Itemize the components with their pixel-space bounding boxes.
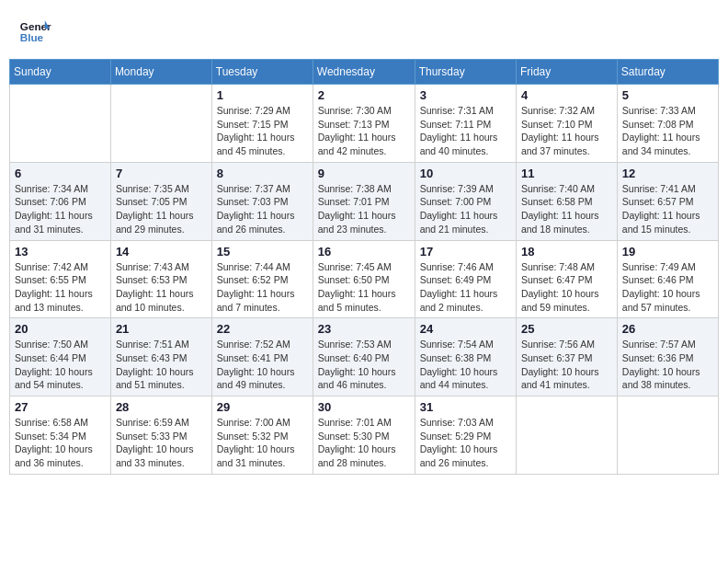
day-info: Sunrise: 7:51 AMSunset: 6:43 PMDaylight:… — [116, 338, 207, 392]
calendar-week-row: 13Sunrise: 7:42 AMSunset: 6:55 PMDayligh… — [10, 240, 719, 318]
day-info: Sunrise: 7:35 AMSunset: 7:05 PMDaylight:… — [116, 182, 207, 236]
day-info: Sunrise: 7:29 AMSunset: 7:15 PMDaylight:… — [217, 104, 308, 158]
calendar-cell: 13Sunrise: 7:42 AMSunset: 6:55 PMDayligh… — [10, 240, 111, 318]
calendar-week-row: 6Sunrise: 7:34 AMSunset: 7:06 PMDaylight… — [10, 162, 719, 240]
day-info: Sunrise: 7:45 AMSunset: 6:50 PMDaylight:… — [318, 260, 410, 315]
day-info: Sunrise: 7:54 AMSunset: 6:38 PMDaylight:… — [420, 338, 511, 392]
calendar-cell: 3Sunrise: 7:31 AMSunset: 7:11 PMDaylight… — [415, 85, 516, 163]
day-info: Sunrise: 7:48 AMSunset: 6:47 PMDaylight:… — [521, 260, 612, 315]
day-info: Sunrise: 7:56 AMSunset: 6:37 PMDaylight:… — [521, 338, 612, 392]
page-header: General Blue — [9, 9, 719, 52]
calendar-cell — [516, 396, 617, 475]
day-number: 17 — [420, 245, 511, 259]
calendar-cell: 15Sunrise: 7:44 AMSunset: 6:52 PMDayligh… — [211, 240, 313, 318]
day-number: 18 — [521, 245, 612, 259]
logo-icon: General Blue — [18, 14, 51, 47]
calendar-cell: 25Sunrise: 7:56 AMSunset: 6:37 PMDayligh… — [516, 318, 617, 396]
day-info: Sunrise: 6:59 AMSunset: 5:33 PMDaylight:… — [116, 416, 207, 470]
day-number: 16 — [318, 245, 410, 259]
day-info: Sunrise: 7:57 AMSunset: 6:36 PMDaylight:… — [622, 338, 713, 392]
day-info: Sunrise: 7:37 AMSunset: 7:03 PMDaylight:… — [217, 182, 308, 236]
day-number: 25 — [521, 322, 612, 336]
day-number: 30 — [318, 400, 410, 414]
calendar-cell: 16Sunrise: 7:45 AMSunset: 6:50 PMDayligh… — [313, 240, 415, 318]
day-info: Sunrise: 7:52 AMSunset: 6:41 PMDaylight:… — [217, 338, 308, 392]
calendar-cell: 7Sunrise: 7:35 AMSunset: 7:05 PMDaylight… — [110, 162, 211, 240]
day-number: 6 — [15, 167, 106, 180]
day-number: 4 — [521, 88, 612, 102]
weekday-header: Tuesday — [211, 60, 313, 85]
calendar-cell: 18Sunrise: 7:48 AMSunset: 6:47 PMDayligh… — [516, 240, 617, 318]
svg-text:Blue: Blue — [20, 31, 44, 43]
calendar-cell: 28Sunrise: 6:59 AMSunset: 5:33 PMDayligh… — [110, 396, 211, 475]
day-number: 23 — [318, 322, 410, 336]
calendar-cell — [10, 85, 111, 163]
day-number: 28 — [116, 400, 207, 414]
calendar-week-row: 20Sunrise: 7:50 AMSunset: 6:44 PMDayligh… — [10, 318, 719, 396]
calendar-cell: 4Sunrise: 7:32 AMSunset: 7:10 PMDaylight… — [516, 85, 617, 163]
weekday-header: Monday — [110, 60, 211, 85]
day-number: 24 — [420, 322, 511, 336]
calendar-cell: 1Sunrise: 7:29 AMSunset: 7:15 PMDaylight… — [211, 85, 313, 163]
calendar-cell: 12Sunrise: 7:41 AMSunset: 6:57 PMDayligh… — [617, 162, 718, 240]
day-number: 22 — [217, 322, 308, 336]
calendar-cell: 20Sunrise: 7:50 AMSunset: 6:44 PMDayligh… — [10, 318, 111, 396]
day-info: Sunrise: 7:43 AMSunset: 6:53 PMDaylight:… — [116, 260, 207, 315]
calendar-cell: 23Sunrise: 7:53 AMSunset: 6:40 PMDayligh… — [313, 318, 415, 396]
calendar-cell: 30Sunrise: 7:01 AMSunset: 5:30 PMDayligh… — [313, 396, 415, 475]
day-number: 5 — [622, 88, 713, 102]
calendar-cell: 8Sunrise: 7:37 AMSunset: 7:03 PMDaylight… — [211, 162, 313, 240]
calendar-cell: 19Sunrise: 7:49 AMSunset: 6:46 PMDayligh… — [617, 240, 718, 318]
day-number: 27 — [15, 400, 106, 414]
weekday-header: Wednesday — [313, 60, 415, 85]
calendar-cell: 9Sunrise: 7:38 AMSunset: 7:01 PMDaylight… — [313, 162, 415, 240]
day-info: Sunrise: 7:03 AMSunset: 5:29 PMDaylight:… — [420, 416, 511, 470]
calendar-week-row: 27Sunrise: 6:58 AMSunset: 5:34 PMDayligh… — [10, 396, 719, 475]
day-info: Sunrise: 7:40 AMSunset: 6:58 PMDaylight:… — [521, 182, 612, 236]
day-info: Sunrise: 7:39 AMSunset: 7:00 PMDaylight:… — [420, 182, 511, 236]
day-info: Sunrise: 7:33 AMSunset: 7:08 PMDaylight:… — [622, 104, 713, 158]
day-number: 29 — [217, 400, 308, 414]
day-number: 14 — [116, 245, 207, 259]
day-number: 12 — [622, 167, 713, 180]
day-info: Sunrise: 7:31 AMSunset: 7:11 PMDaylight:… — [420, 104, 511, 158]
calendar-cell: 24Sunrise: 7:54 AMSunset: 6:38 PMDayligh… — [415, 318, 516, 396]
day-number: 2 — [318, 88, 410, 102]
weekday-header: Saturday — [617, 60, 718, 85]
day-info: Sunrise: 6:58 AMSunset: 5:34 PMDaylight:… — [15, 416, 106, 470]
day-number: 15 — [217, 245, 308, 259]
day-info: Sunrise: 7:42 AMSunset: 6:55 PMDaylight:… — [15, 260, 106, 315]
day-number: 13 — [15, 245, 106, 259]
calendar-cell: 2Sunrise: 7:30 AMSunset: 7:13 PMDaylight… — [313, 85, 415, 163]
day-number: 19 — [622, 245, 713, 259]
calendar-cell: 14Sunrise: 7:43 AMSunset: 6:53 PMDayligh… — [110, 240, 211, 318]
calendar-week-row: 1Sunrise: 7:29 AMSunset: 7:15 PMDaylight… — [10, 85, 719, 163]
weekday-header: Sunday — [10, 60, 111, 85]
calendar-cell: 27Sunrise: 6:58 AMSunset: 5:34 PMDayligh… — [10, 396, 111, 475]
calendar-cell: 26Sunrise: 7:57 AMSunset: 6:36 PMDayligh… — [617, 318, 718, 396]
weekday-header: Thursday — [415, 60, 516, 85]
day-info: Sunrise: 7:49 AMSunset: 6:46 PMDaylight:… — [622, 260, 713, 315]
day-number: 3 — [420, 88, 511, 102]
day-number: 11 — [521, 167, 612, 180]
calendar-cell: 21Sunrise: 7:51 AMSunset: 6:43 PMDayligh… — [110, 318, 211, 396]
day-info: Sunrise: 7:46 AMSunset: 6:49 PMDaylight:… — [420, 260, 511, 315]
day-number: 10 — [420, 167, 511, 180]
day-number: 26 — [622, 322, 713, 336]
day-info: Sunrise: 7:34 AMSunset: 7:06 PMDaylight:… — [15, 182, 106, 236]
day-number: 20 — [15, 322, 106, 336]
day-info: Sunrise: 7:38 AMSunset: 7:01 PMDaylight:… — [318, 182, 410, 236]
day-info: Sunrise: 7:41 AMSunset: 6:57 PMDaylight:… — [622, 182, 713, 236]
calendar-cell: 29Sunrise: 7:00 AMSunset: 5:32 PMDayligh… — [211, 396, 313, 475]
day-number: 8 — [217, 167, 308, 180]
day-number: 9 — [318, 167, 410, 180]
calendar-cell: 11Sunrise: 7:40 AMSunset: 6:58 PMDayligh… — [516, 162, 617, 240]
day-info: Sunrise: 7:01 AMSunset: 5:30 PMDaylight:… — [318, 416, 410, 470]
day-number: 21 — [116, 322, 207, 336]
calendar-cell — [110, 85, 211, 163]
calendar-header-row: SundayMondayTuesdayWednesdayThursdayFrid… — [10, 60, 719, 85]
calendar-cell: 5Sunrise: 7:33 AMSunset: 7:08 PMDaylight… — [617, 85, 718, 163]
day-info: Sunrise: 7:53 AMSunset: 6:40 PMDaylight:… — [318, 338, 410, 392]
day-number: 1 — [217, 88, 308, 102]
day-info: Sunrise: 7:00 AMSunset: 5:32 PMDaylight:… — [217, 416, 308, 470]
